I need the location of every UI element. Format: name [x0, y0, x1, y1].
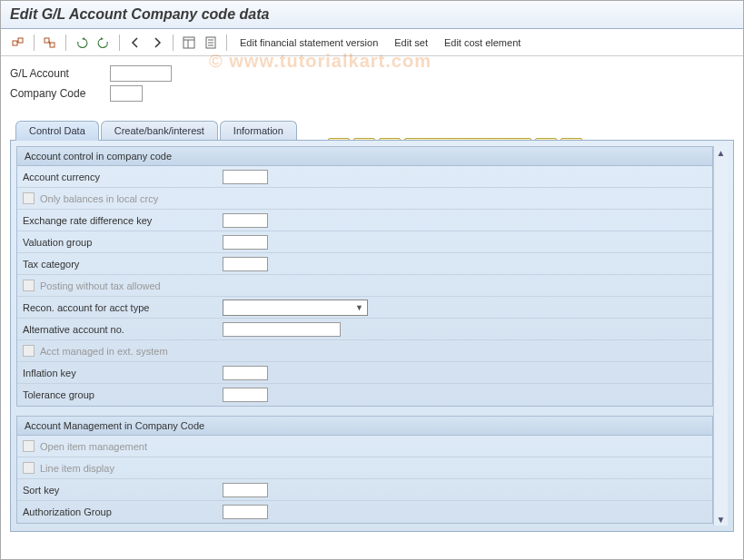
header-form: G/L Account Company Code With Template — [1, 56, 743, 111]
valuation-group-label: Valuation group — [23, 237, 223, 248]
separator — [226, 34, 227, 51]
separator — [119, 34, 120, 51]
app-toolbar: Edit financial statement version Edit se… — [1, 29, 743, 56]
undo-icon[interactable] — [72, 33, 92, 53]
tree-expand-icon[interactable] — [40, 33, 60, 53]
only-balances-label: Only balances in local crcy — [40, 193, 158, 204]
svg-rect-6 — [184, 37, 194, 48]
scroll-down-icon[interactable]: ▼ — [715, 513, 728, 526]
posting-without-tax-checkbox — [23, 280, 35, 291]
prev-icon[interactable] — [125, 33, 145, 53]
open-item-checkbox — [23, 440, 35, 452]
inflation-key-input[interactable] — [223, 366, 268, 380]
separator — [173, 34, 174, 51]
tabs-header: Control Data Create/bank/interest Inform… — [10, 121, 734, 141]
company-code-input[interactable] — [110, 85, 143, 102]
page-title: Edit G/L Account Company code data — [1, 1, 743, 29]
svg-rect-4 — [50, 43, 55, 47]
group-account-management-title: Account Management in Company Code — [17, 417, 712, 436]
open-item-label: Open item management — [40, 441, 147, 452]
tab-create-bank-interest[interactable]: Create/bank/interest — [101, 121, 218, 141]
chevron-down-icon: ▼ — [355, 303, 363, 312]
redo-icon[interactable] — [94, 33, 114, 53]
auth-group-label: Authorization Group — [23, 506, 223, 517]
only-balances-checkbox — [23, 192, 35, 204]
edit-fsv-link[interactable]: Edit financial statement version — [233, 35, 385, 50]
tax-category-label: Tax category — [23, 259, 223, 270]
gl-account-label: G/L Account — [10, 67, 110, 80]
scroll-up-icon[interactable]: ▲ — [715, 146, 728, 159]
gl-account-input[interactable] — [110, 65, 172, 82]
svg-line-5 — [49, 41, 50, 44]
tolerance-group-label: Tolerance group — [23, 389, 223, 400]
document-icon[interactable] — [201, 33, 221, 53]
group-account-management: Account Management in Company Code Open … — [16, 416, 713, 524]
posting-without-tax-label: Posting without tax allowed — [40, 280, 161, 291]
alt-account-label: Alternative account no. — [23, 324, 223, 335]
alt-account-input[interactable] — [223, 322, 341, 337]
next-icon[interactable] — [147, 33, 167, 53]
sort-key-label: Sort key — [23, 485, 223, 496]
tabs-container: Control Data Create/bank/interest Inform… — [10, 120, 734, 532]
tax-category-input[interactable] — [223, 257, 268, 271]
edit-cost-element-link[interactable]: Edit cost element — [437, 35, 528, 50]
sort-key-input[interactable] — [223, 483, 268, 497]
svg-rect-0 — [13, 41, 17, 45]
separator — [34, 34, 35, 51]
separator — [65, 34, 66, 51]
exchange-rate-diff-label: Exchange rate difference key — [23, 215, 223, 226]
tab-control-data[interactable]: Control Data — [15, 121, 99, 141]
tree-collapse-icon[interactable] — [8, 33, 28, 53]
tolerance-group-input[interactable] — [223, 388, 268, 402]
inflation-key-label: Inflation key — [23, 368, 223, 378]
valuation-group-input[interactable] — [223, 235, 268, 250]
svg-rect-3 — [45, 38, 49, 43]
recon-account-select[interactable]: ▼ — [223, 300, 368, 316]
account-currency-input[interactable] — [223, 170, 268, 184]
account-currency-label: Account currency — [23, 172, 223, 182]
tab-body: Account control in company code Account … — [10, 140, 734, 532]
group-account-control-title: Account control in company code — [17, 147, 712, 166]
line-item-checkbox — [23, 462, 35, 474]
company-code-label: Company Code — [10, 87, 110, 100]
edit-set-link[interactable]: Edit set — [387, 35, 435, 50]
scrollbar[interactable]: ▲ ▼ — [713, 146, 728, 526]
auth-group-input[interactable] — [223, 505, 268, 519]
svg-rect-1 — [18, 38, 23, 43]
acct-managed-ext-label: Acct managed in ext. system — [40, 346, 168, 357]
group-account-control: Account control in company code Account … — [16, 146, 713, 407]
acct-managed-ext-checkbox — [23, 345, 35, 357]
exchange-rate-diff-input[interactable] — [223, 213, 268, 228]
layout-icon[interactable] — [179, 33, 199, 53]
line-item-label: Line item display — [40, 463, 114, 474]
recon-account-label: Recon. account for acct type — [23, 302, 223, 313]
tab-information[interactable]: Information — [220, 121, 297, 141]
